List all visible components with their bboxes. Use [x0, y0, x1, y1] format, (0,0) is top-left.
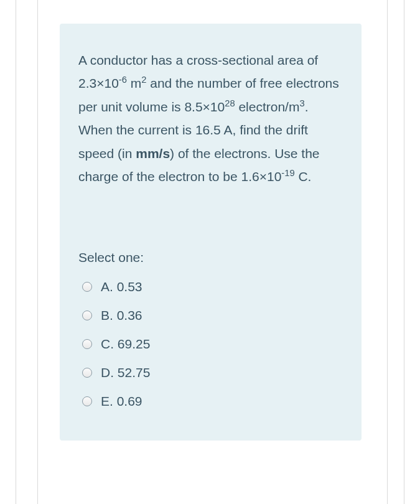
option-c[interactable]: C. 69.25: [78, 330, 343, 358]
select-one-label: Select one:: [78, 250, 343, 265]
option-e[interactable]: E. 0.69: [78, 387, 343, 416]
question-text: A conductor has a cross-sectional area o…: [78, 49, 343, 188]
radio-icon: [82, 396, 92, 406]
frame-border-right: [404, 0, 420, 504]
option-label: E. 0.69: [101, 394, 142, 409]
radio-icon: [82, 368, 92, 378]
option-b[interactable]: B. 0.36: [78, 301, 343, 330]
radio-icon: [82, 310, 92, 320]
radio-icon: [82, 339, 92, 349]
radio-icon: [82, 282, 92, 292]
question-card: A conductor has a cross-sectional area o…: [60, 24, 362, 441]
option-d[interactable]: D. 52.75: [78, 358, 343, 387]
option-label: A. 0.53: [101, 279, 142, 294]
options-group: A. 0.53 B. 0.36 C. 69.25 D. 52.75 E. 0.6…: [78, 273, 343, 416]
option-label: C. 69.25: [101, 337, 150, 352]
option-label: B. 0.36: [101, 308, 142, 323]
option-label: D. 52.75: [101, 365, 150, 380]
option-a[interactable]: A. 0.53: [78, 273, 343, 301]
